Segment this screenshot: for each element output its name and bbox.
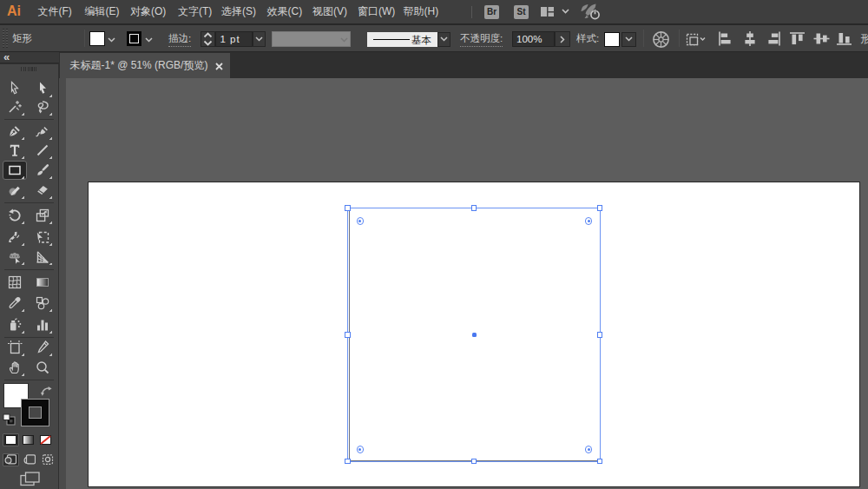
menu-effect[interactable]: 效果(C): [267, 0, 303, 23]
selection-handle-sw[interactable]: [345, 459, 351, 465]
opacity-label[interactable]: 不透明度:: [460, 32, 503, 47]
menu-window[interactable]: 窗口(W): [358, 0, 395, 23]
stroke-swatch[interactable]: [21, 399, 49, 426]
rectangle-tool[interactable]: [3, 162, 26, 180]
stroke-color-swatch[interactable]: [127, 31, 141, 46]
corner-widget-se[interactable]: [585, 446, 593, 453]
brush-definition-dropdown[interactable]: 基本: [367, 32, 437, 47]
default-fill-stroke-icon[interactable]: [3, 413, 16, 429]
corner-widget-nw[interactable]: [357, 217, 365, 225]
selection-handle-e[interactable]: [597, 332, 603, 338]
workspace-chevron-icon[interactable]: [562, 9, 569, 14]
workspace-switcher-icon[interactable]: [541, 7, 554, 17]
perspective-grid-tool[interactable]: [31, 248, 54, 266]
zoom-tool[interactable]: [31, 359, 54, 377]
opacity-value[interactable]: 100%: [512, 31, 555, 47]
shape-builder-tool[interactable]: [3, 248, 26, 266]
screen-mode-icon[interactable]: [20, 472, 40, 489]
column-graph-tool[interactable]: [31, 316, 54, 334]
symbol-sprayer-tool[interactable]: [3, 316, 26, 334]
align-left-icon[interactable]: [718, 31, 733, 46]
selection-handle-se[interactable]: [597, 459, 603, 465]
selection-handle-w[interactable]: [345, 332, 351, 338]
gradient-mode-button[interactable]: [20, 433, 36, 446]
rotate-tool[interactable]: [3, 207, 26, 225]
menu-bar: Ai 文件(F) 编辑(E) 对象(O) 文字(T) 选择(S) 效果(C) 视…: [0, 0, 868, 23]
draw-behind-button[interactable]: [21, 453, 38, 467]
selection-tool[interactable]: [3, 80, 26, 98]
hand-tool[interactable]: [3, 359, 26, 377]
fill-color-swatch[interactable]: [89, 31, 105, 46]
menu-file[interactable]: 文件(F): [38, 0, 72, 23]
corner-widget-ne[interactable]: [585, 217, 593, 225]
collapse-panel-icon[interactable]: «: [3, 53, 17, 63]
opacity-expand-button[interactable]: [555, 31, 570, 47]
separator: [84, 30, 85, 47]
draw-inside-button[interactable]: [39, 453, 56, 467]
tab-close-icon[interactable]: [215, 58, 223, 74]
color-mode-button[interactable]: [3, 433, 19, 446]
eyedropper-tool[interactable]: [3, 294, 26, 313]
align-to-selection-icon[interactable]: [686, 32, 707, 47]
corner-widget-sw[interactable]: [357, 446, 365, 453]
variable-width-profile-dropdown[interactable]: [272, 31, 351, 47]
menu-type[interactable]: 文字(T): [178, 0, 212, 23]
menu-edit[interactable]: 编辑(E): [85, 0, 120, 23]
swap-fill-stroke-icon[interactable]: [40, 385, 53, 400]
stroke-weight-value[interactable]: 1 pt: [215, 31, 253, 47]
align-right-icon[interactable]: [766, 31, 781, 46]
align-top-icon[interactable]: [789, 31, 806, 46]
draw-normal-button[interactable]: [3, 453, 20, 467]
gradient-tool[interactable]: [31, 274, 54, 292]
none-mode-button[interactable]: [37, 433, 54, 446]
blend-tool[interactable]: [31, 294, 54, 313]
control-bar: 矩形 描边: 1 pt 基本 不透明度: 100% 样式: 形: [0, 25, 868, 51]
stroke-weight-chevron[interactable]: [253, 31, 266, 47]
magic-wand-tool[interactable]: [3, 98, 26, 116]
selection-center-point[interactable]: [472, 333, 477, 337]
stock-button[interactable]: St: [514, 5, 529, 19]
pen-tool[interactable]: [3, 122, 26, 141]
menu-object[interactable]: 对象(O): [130, 0, 166, 23]
shaper-tool[interactable]: [3, 182, 26, 200]
selection-handle-s[interactable]: [471, 459, 477, 465]
tab-bar: 未标题-1* @ 51% (RGB/预览): [0, 52, 868, 78]
free-transform-tool[interactable]: [31, 228, 54, 247]
gpu-performance-icon[interactable]: [578, 3, 602, 21]
align-center-vertical-icon[interactable]: [813, 31, 830, 46]
menu-select[interactable]: 选择(S): [221, 0, 256, 23]
mesh-tool[interactable]: [3, 274, 26, 292]
width-tool[interactable]: [3, 228, 26, 247]
bridge-button[interactable]: Br: [484, 5, 499, 19]
artboard-tool[interactable]: [3, 339, 26, 357]
align-bottom-icon[interactable]: [836, 31, 852, 46]
menu-view[interactable]: 视图(V): [312, 0, 347, 23]
selection-handle-ne[interactable]: [597, 205, 603, 211]
controlbar-grip[interactable]: [3, 29, 4, 48]
type-tool[interactable]: [3, 142, 26, 160]
align-center-horizontal-icon[interactable]: [742, 31, 758, 46]
curvature-tool[interactable]: [31, 122, 54, 141]
paintbrush-tool[interactable]: [31, 162, 54, 180]
fill-chevron-icon[interactable]: [108, 37, 115, 43]
direct-selection-tool[interactable]: [31, 80, 54, 98]
stroke-weight-label[interactable]: 描边:: [168, 32, 191, 47]
scale-tool[interactable]: [31, 207, 54, 225]
slice-tool[interactable]: [31, 339, 54, 357]
tools-panel-grip[interactable]: [21, 67, 38, 71]
document-tab[interactable]: 未标题-1* @ 51% (RGB/预览): [60, 53, 230, 79]
style-chevron[interactable]: [621, 32, 636, 47]
stroke-weight-stepper[interactable]: [201, 31, 215, 47]
canvas-area[interactable]: [66, 78, 868, 489]
brush-chevron[interactable]: [437, 32, 450, 47]
recolor-artwork-icon[interactable]: [652, 30, 670, 49]
selection-handle-nw[interactable]: [345, 205, 351, 211]
style-swatch[interactable]: [604, 32, 620, 47]
line-segment-tool[interactable]: [31, 142, 54, 160]
stroke-chevron-icon[interactable]: [145, 37, 153, 43]
menu-help[interactable]: 帮助(H): [404, 0, 439, 23]
eraser-tool[interactable]: [31, 182, 54, 200]
lasso-tool[interactable]: [31, 98, 54, 116]
controlbar-grip[interactable]: [6, 29, 8, 48]
selection-handle-n[interactable]: [471, 205, 477, 211]
